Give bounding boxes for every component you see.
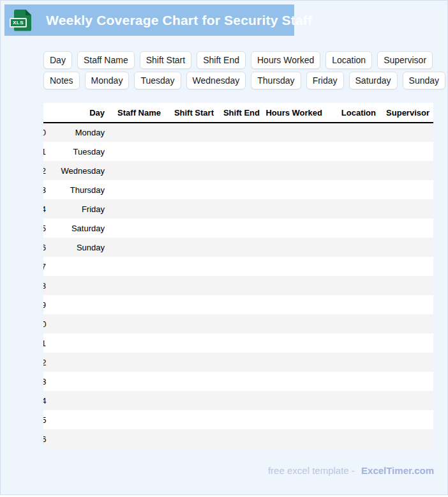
- tag-chip[interactable]: Wednesday: [186, 72, 246, 89]
- empty-cell: [264, 353, 326, 372]
- header-row: DayStaff NameShift StartShift EndHours W…: [43, 103, 433, 123]
- empty-cell: [165, 276, 218, 295]
- tag-chip[interactable]: Supervisor: [377, 51, 433, 69]
- table-row: 5Saturday: [43, 218, 433, 238]
- coverage-table: DayStaff NameShift StartShift EndHours W…: [43, 103, 433, 448]
- empty-cell: [108, 199, 165, 218]
- empty-cell: [218, 391, 264, 410]
- day-cell: Tuesday: [47, 142, 108, 161]
- empty-cell: [380, 410, 433, 429]
- title-banner: XLS Weekly Coverage Chart for Security S…: [4, 4, 294, 36]
- empty-cell: [380, 199, 433, 218]
- empty-cell: [326, 353, 380, 372]
- empty-cell: [218, 353, 264, 372]
- empty-cell: [218, 429, 264, 448]
- empty-cell: [380, 238, 433, 257]
- column-header: Location: [326, 103, 380, 123]
- tag-chip[interactable]: Shift End: [197, 51, 246, 69]
- empty-cell: [218, 218, 264, 238]
- empty-cell: [380, 123, 433, 142]
- table-row: 7: [43, 257, 433, 276]
- tag-chip[interactable]: Sunday: [403, 72, 445, 89]
- empty-cell: [326, 218, 380, 238]
- empty-cell: [108, 314, 165, 333]
- empty-cell: [264, 218, 326, 238]
- footer: free excel template - ExcelTimer.com: [268, 465, 434, 476]
- tag-row: DayStaff NameShift StartShift EndHours W…: [43, 51, 433, 69]
- empty-cell: [326, 180, 380, 199]
- empty-cell: [264, 410, 326, 429]
- table-row: 8: [43, 276, 433, 295]
- tag-chip[interactable]: Monday: [85, 72, 130, 89]
- page-title: Weekly Coverage Chart for Security Staff: [46, 13, 312, 28]
- empty-cell: [380, 295, 433, 314]
- tag-chip[interactable]: Notes: [43, 72, 80, 89]
- empty-cell: [218, 372, 264, 391]
- day-cell: [47, 391, 108, 410]
- tag-chip[interactable]: Location: [325, 51, 372, 69]
- empty-cell: [108, 142, 165, 161]
- empty-cell: [380, 372, 433, 391]
- empty-cell: [264, 333, 326, 353]
- empty-cell: [218, 238, 264, 257]
- empty-cell: [165, 333, 218, 353]
- table-container: DayStaff NameShift StartShift EndHours W…: [43, 103, 433, 448]
- day-cell: Wednesday: [47, 161, 108, 180]
- empty-cell: [218, 123, 264, 142]
- empty-cell: [165, 199, 218, 218]
- table-row: 2Wednesday: [43, 161, 433, 180]
- tag-row: NotesMondayTuesdayWednesdayThursdayFrida…: [43, 72, 445, 89]
- day-cell: [47, 276, 108, 295]
- day-cell: [47, 410, 108, 429]
- empty-cell: [380, 142, 433, 161]
- empty-cell: [264, 142, 326, 161]
- empty-cell: [165, 372, 218, 391]
- footer-brand-link[interactable]: ExcelTimer.com: [361, 465, 434, 476]
- empty-cell: [380, 429, 433, 448]
- day-cell: [47, 353, 108, 372]
- tag-chip[interactable]: Shift Start: [140, 51, 191, 69]
- empty-cell: [218, 333, 264, 353]
- empty-cell: [380, 161, 433, 180]
- table-row: 9: [43, 295, 433, 314]
- empty-cell: [165, 353, 218, 372]
- empty-cell: [218, 410, 264, 429]
- table-row: 12: [43, 353, 433, 372]
- day-cell: [47, 257, 108, 276]
- xls-file-icon: XLS: [14, 10, 31, 31]
- empty-cell: [165, 180, 218, 199]
- empty-cell: [264, 276, 326, 295]
- table-row: 11: [43, 333, 433, 353]
- empty-cell: [264, 391, 326, 410]
- empty-cell: [380, 391, 433, 410]
- empty-cell: [165, 410, 218, 429]
- empty-cell: [264, 199, 326, 218]
- empty-cell: [108, 180, 165, 199]
- xls-badge-label: XLS: [10, 18, 27, 27]
- empty-cell: [218, 257, 264, 276]
- empty-cell: [165, 161, 218, 180]
- empty-cell: [264, 257, 326, 276]
- empty-cell: [326, 333, 380, 353]
- empty-cell: [108, 257, 165, 276]
- empty-cell: [108, 295, 165, 314]
- empty-cell: [326, 123, 380, 142]
- empty-cell: [165, 257, 218, 276]
- tag-chip[interactable]: Saturday: [349, 72, 398, 89]
- empty-cell: [165, 429, 218, 448]
- tag-chip[interactable]: Thursday: [251, 72, 301, 89]
- tag-chip[interactable]: Tuesday: [134, 72, 181, 89]
- empty-cell: [380, 276, 433, 295]
- empty-cell: [264, 238, 326, 257]
- tag-chip[interactable]: Staff Name: [77, 51, 135, 69]
- empty-cell: [326, 142, 380, 161]
- empty-cell: [218, 161, 264, 180]
- empty-cell: [326, 276, 380, 295]
- tag-chip[interactable]: Friday: [306, 72, 344, 89]
- column-header: Shift Start: [165, 103, 218, 123]
- empty-cell: [218, 295, 264, 314]
- tag-chip[interactable]: Day: [43, 51, 72, 69]
- tag-chip[interactable]: Hours Worked: [251, 51, 320, 69]
- table-row: 3Thursday: [43, 180, 433, 199]
- empty-cell: [380, 353, 433, 372]
